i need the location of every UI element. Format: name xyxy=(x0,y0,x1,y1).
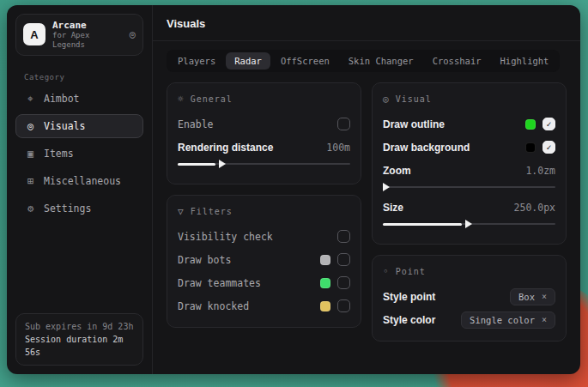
sun-icon: ☼ xyxy=(178,94,185,105)
setting-value: 1.0zm xyxy=(525,165,555,177)
checkbox-checked[interactable]: ✓ xyxy=(543,118,555,130)
gear-icon: ⚙ xyxy=(25,203,36,215)
app-subtitle: for Apex Legends xyxy=(52,31,123,50)
setting-row: Style pointBox× xyxy=(383,286,555,307)
setting-row: Draw knocked xyxy=(178,295,350,317)
setting-controls: ✓ xyxy=(525,141,555,154)
panel-filters: ▽FiltersVisibility checkDraw botsDraw te… xyxy=(167,195,361,328)
checkbox-checked[interactable]: ✓ xyxy=(543,141,555,154)
slider-thumb[interactable] xyxy=(383,183,390,191)
color-swatch[interactable] xyxy=(320,278,330,288)
app-title: Arcane xyxy=(52,20,123,31)
panel-header: ☼General xyxy=(178,94,350,105)
setting-row: Zoom1.0zm xyxy=(383,160,555,181)
color-swatch[interactable] xyxy=(525,119,536,130)
setting-value: 100m xyxy=(326,142,350,154)
setting-controls xyxy=(320,276,350,289)
close-icon[interactable]: × xyxy=(542,315,547,324)
sidebar-item-label: Settings xyxy=(44,203,91,215)
setting-label: Draw knocked xyxy=(178,300,249,312)
setting-row: Visibility check xyxy=(178,226,350,247)
app-logo: A xyxy=(23,23,45,45)
panel-title: Filters xyxy=(191,207,233,216)
slider-thumb[interactable] xyxy=(465,220,472,228)
slider-fill xyxy=(178,163,215,166)
panel-visual: ◎VisualDraw outline✓Draw background✓Zoom… xyxy=(372,82,567,245)
setting-label: Draw background xyxy=(383,142,470,154)
slider-thumb[interactable] xyxy=(219,160,226,168)
panel-header: ▽Filters xyxy=(178,206,350,217)
panel-title: General xyxy=(191,94,233,104)
sidebar-item-aimbot[interactable]: ⌖Aimbot xyxy=(15,87,143,111)
sidebar-item-label: Items xyxy=(44,148,74,160)
setting-row: Size250.0px xyxy=(383,197,555,218)
setting-label: Draw bots xyxy=(178,254,231,266)
checkbox-unchecked[interactable] xyxy=(337,118,350,130)
slider-zoom[interactable] xyxy=(383,183,555,191)
setting-row: Draw bots xyxy=(178,249,350,270)
color-swatch[interactable] xyxy=(320,255,330,265)
panel-point: ◦PointStyle pointBox×Style colorSingle c… xyxy=(372,255,567,342)
filter-icon: ▽ xyxy=(178,206,185,217)
setting-controls xyxy=(320,253,350,266)
setting-row: Style colorSingle color× xyxy=(383,309,555,330)
grid-icon: ⊞ xyxy=(25,175,36,187)
category-label: Category xyxy=(24,73,152,82)
slider-size[interactable] xyxy=(383,220,555,228)
panel-header: ◎Visual xyxy=(383,94,555,105)
sidebar-nav: ⌖Aimbot◎Visuals▣Items⊞Miscellaneous⚙Sett… xyxy=(7,87,152,221)
checkbox-unchecked[interactable] xyxy=(337,230,350,243)
eye-icon: ◎ xyxy=(25,120,36,132)
color-swatch[interactable] xyxy=(525,142,536,153)
checkbox-unchecked[interactable] xyxy=(337,276,350,289)
setting-label: Visibility check xyxy=(178,231,273,243)
setting-label: Draw outline xyxy=(383,118,445,130)
main-header: Visuals xyxy=(153,5,580,41)
target-icon[interactable]: ◎ xyxy=(130,28,136,40)
sidebar-item-label: Visuals xyxy=(44,120,85,132)
setting-controls xyxy=(337,230,350,243)
setting-row: Rendering distance100m xyxy=(178,136,350,158)
sidebar-item-settings[interactable]: ⚙Settings xyxy=(15,197,143,221)
slider-rendering-distance[interactable] xyxy=(178,160,350,168)
close-icon[interactable]: × xyxy=(542,292,547,301)
session-duration-text: Session duration 2m 56s xyxy=(25,333,134,359)
page-title: Visuals xyxy=(167,17,567,30)
tab-bar: PlayersRadarOffScreenSkin ChangerCrossha… xyxy=(167,50,560,72)
tabs-wrap: PlayersRadarOffScreenSkin ChangerCrossha… xyxy=(153,41,580,72)
panel-title: Point xyxy=(396,267,426,276)
setting-row: Enable xyxy=(178,113,350,135)
chip-single-color[interactable]: Single color× xyxy=(461,311,555,329)
setting-row: Draw outline✓ xyxy=(383,113,555,135)
sidebar-item-label: Aimbot xyxy=(44,93,80,105)
brand-text: Arcane for Apex Legends xyxy=(52,20,123,50)
chip-label: Single color xyxy=(470,315,535,325)
tab-offscreen[interactable]: OffScreen xyxy=(272,52,338,70)
tab-crosshair[interactable]: Crosshair xyxy=(424,52,490,70)
setting-label: Style point xyxy=(383,291,435,303)
sidebar-item-label: Miscellaneous xyxy=(44,175,121,187)
checkbox-unchecked[interactable] xyxy=(337,253,350,266)
sidebar-item-miscellaneous[interactable]: ⊞Miscellaneous xyxy=(15,169,143,193)
eye-icon: ◎ xyxy=(383,94,390,105)
tab-skin-changer[interactable]: Skin Changer xyxy=(340,52,422,70)
sidebar-item-items[interactable]: ▣Items xyxy=(15,142,143,166)
checkbox-unchecked[interactable] xyxy=(337,299,350,312)
setting-row: Draw teammates xyxy=(178,272,350,293)
setting-label: Size xyxy=(383,202,403,214)
tab-highlight[interactable]: Highlight xyxy=(492,52,558,70)
main-area: Visuals PlayersRadarOffScreenSkin Change… xyxy=(153,5,580,374)
dot-icon: ◦ xyxy=(383,266,390,277)
tab-players[interactable]: Players xyxy=(169,52,224,70)
crosshair-icon: ⌖ xyxy=(25,93,36,105)
chip-box[interactable]: Box× xyxy=(510,288,555,305)
sidebar-item-visuals[interactable]: ◎Visuals xyxy=(15,114,143,138)
subscription-card: Sub expires in 9d 23h Session duration 2… xyxy=(15,313,143,366)
tab-radar[interactable]: Radar xyxy=(226,52,270,70)
panel-title: Visual xyxy=(396,94,432,104)
right-column: ◎VisualDraw outline✓Draw background✓Zoom… xyxy=(372,82,567,342)
color-swatch[interactable] xyxy=(320,301,330,311)
slider-track xyxy=(383,186,555,188)
sub-expires-text: Sub expires in 9d 23h xyxy=(25,320,134,333)
setting-label: Style color xyxy=(383,314,435,326)
